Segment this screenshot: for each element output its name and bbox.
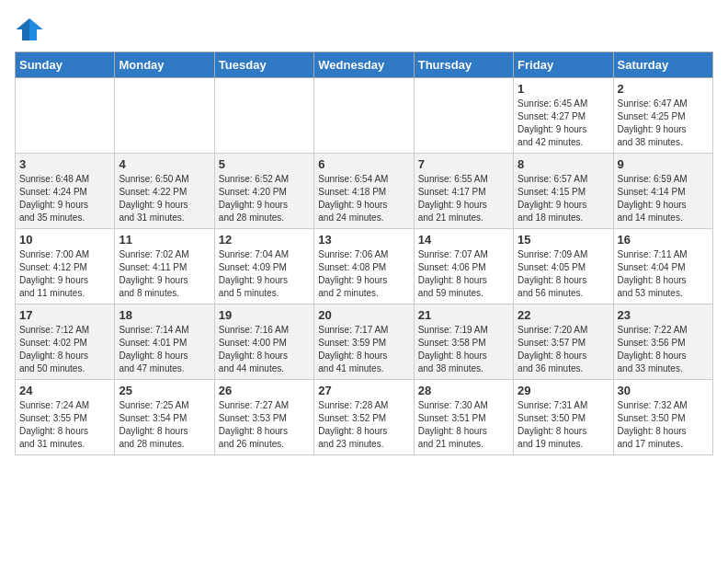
day-cell: 6Sunrise: 6:54 AM Sunset: 4:18 PM Daylig… [314, 154, 414, 229]
day-number: 27 [318, 384, 409, 397]
day-number: 21 [418, 308, 509, 322]
day-info: Sunrise: 7:12 AM Sunset: 4:02 PM Dayligh… [19, 324, 110, 375]
week-row-3: 10Sunrise: 7:00 AM Sunset: 4:12 PM Dayli… [16, 229, 713, 304]
day-cell: 2Sunrise: 6:47 AM Sunset: 4:25 PM Daylig… [613, 78, 712, 154]
col-header-friday: Friday [514, 52, 613, 78]
week-row-1: 1Sunrise: 6:45 AM Sunset: 4:27 PM Daylig… [16, 78, 713, 154]
day-info: Sunrise: 7:07 AM Sunset: 4:06 PM Dayligh… [418, 248, 509, 300]
day-number: 7 [418, 157, 509, 171]
day-info: Sunrise: 7:02 AM Sunset: 4:11 PM Dayligh… [119, 248, 210, 300]
day-cell [414, 78, 513, 154]
day-cell: 9Sunrise: 6:59 AM Sunset: 4:14 PM Daylig… [613, 154, 712, 229]
day-number: 24 [19, 384, 110, 397]
day-info: Sunrise: 7:11 AM Sunset: 4:04 PM Dayligh… [618, 248, 709, 300]
day-number: 10 [19, 233, 110, 247]
week-row-5: 24Sunrise: 7:24 AM Sunset: 3:55 PM Dayli… [16, 380, 713, 455]
day-cell: 15Sunrise: 7:09 AM Sunset: 4:05 PM Dayli… [514, 229, 613, 304]
day-cell: 20Sunrise: 7:17 AM Sunset: 3:59 PM Dayli… [314, 304, 414, 380]
day-number: 18 [119, 308, 210, 322]
day-cell [16, 78, 115, 154]
svg-marker-1 [29, 18, 42, 40]
day-number: 17 [19, 308, 110, 322]
day-cell: 16Sunrise: 7:11 AM Sunset: 4:04 PM Dayli… [613, 229, 712, 304]
day-number: 5 [219, 157, 310, 171]
day-number: 11 [119, 233, 210, 247]
day-number: 2 [618, 82, 709, 96]
day-info: Sunrise: 7:09 AM Sunset: 4:05 PM Dayligh… [518, 248, 609, 300]
day-number: 23 [618, 308, 709, 322]
day-number: 22 [518, 308, 609, 322]
week-row-4: 17Sunrise: 7:12 AM Sunset: 4:02 PM Dayli… [16, 304, 713, 380]
day-cell: 3Sunrise: 6:48 AM Sunset: 4:24 PM Daylig… [16, 154, 115, 229]
day-cell: 18Sunrise: 7:14 AM Sunset: 4:01 PM Dayli… [115, 304, 214, 380]
col-header-thursday: Thursday [414, 52, 513, 78]
day-number: 3 [19, 157, 110, 171]
col-header-saturday: Saturday [613, 52, 712, 78]
day-info: Sunrise: 7:28 AM Sunset: 3:52 PM Dayligh… [318, 399, 409, 451]
day-info: Sunrise: 7:17 AM Sunset: 3:59 PM Dayligh… [318, 324, 409, 375]
day-number: 29 [518, 384, 609, 397]
day-info: Sunrise: 6:47 AM Sunset: 4:25 PM Dayligh… [618, 98, 709, 149]
day-info: Sunrise: 7:14 AM Sunset: 4:01 PM Dayligh… [119, 324, 210, 375]
col-header-wednesday: Wednesday [314, 52, 414, 78]
day-info: Sunrise: 7:24 AM Sunset: 3:55 PM Dayligh… [19, 399, 110, 451]
day-cell [115, 78, 214, 154]
day-number: 6 [318, 157, 409, 171]
col-header-tuesday: Tuesday [214, 52, 313, 78]
day-info: Sunrise: 7:25 AM Sunset: 3:54 PM Dayligh… [119, 399, 210, 451]
day-number: 30 [618, 384, 709, 397]
day-cell: 1Sunrise: 6:45 AM Sunset: 4:27 PM Daylig… [514, 78, 613, 154]
day-info: Sunrise: 6:45 AM Sunset: 4:27 PM Dayligh… [518, 98, 609, 149]
day-info: Sunrise: 7:19 AM Sunset: 3:58 PM Dayligh… [418, 324, 509, 375]
day-info: Sunrise: 7:16 AM Sunset: 4:00 PM Dayligh… [219, 324, 310, 375]
day-cell: 8Sunrise: 6:57 AM Sunset: 4:15 PM Daylig… [514, 154, 613, 229]
day-number: 8 [518, 157, 609, 171]
day-number: 4 [119, 157, 210, 171]
day-cell: 19Sunrise: 7:16 AM Sunset: 4:00 PM Dayli… [214, 304, 313, 380]
day-info: Sunrise: 6:55 AM Sunset: 4:17 PM Dayligh… [418, 173, 509, 224]
day-number: 20 [318, 308, 409, 322]
col-header-sunday: Sunday [16, 52, 115, 78]
day-number: 14 [418, 233, 509, 247]
day-number: 19 [219, 308, 310, 322]
day-number: 28 [418, 384, 509, 397]
day-number: 1 [518, 82, 609, 96]
day-number: 16 [618, 233, 709, 247]
day-cell: 17Sunrise: 7:12 AM Sunset: 4:02 PM Dayli… [16, 304, 115, 380]
header-row: SundayMondayTuesdayWednesdayThursdayFrid… [16, 52, 713, 78]
day-info: Sunrise: 7:27 AM Sunset: 3:53 PM Dayligh… [219, 399, 310, 451]
day-cell: 5Sunrise: 6:52 AM Sunset: 4:20 PM Daylig… [214, 154, 313, 229]
logo-icon [15, 15, 44, 44]
day-cell: 22Sunrise: 7:20 AM Sunset: 3:57 PM Dayli… [514, 304, 613, 380]
calendar-table: SundayMondayTuesdayWednesdayThursdayFrid… [15, 52, 713, 455]
day-cell: 27Sunrise: 7:28 AM Sunset: 3:52 PM Dayli… [314, 380, 414, 455]
day-info: Sunrise: 7:04 AM Sunset: 4:09 PM Dayligh… [219, 248, 310, 300]
day-info: Sunrise: 6:54 AM Sunset: 4:18 PM Dayligh… [318, 173, 409, 224]
day-info: Sunrise: 7:22 AM Sunset: 3:56 PM Dayligh… [618, 324, 709, 375]
day-info: Sunrise: 7:31 AM Sunset: 3:50 PM Dayligh… [518, 399, 609, 451]
day-cell: 10Sunrise: 7:00 AM Sunset: 4:12 PM Dayli… [16, 229, 115, 304]
day-info: Sunrise: 7:30 AM Sunset: 3:51 PM Dayligh… [418, 399, 509, 451]
day-number: 26 [219, 384, 310, 397]
day-cell: 24Sunrise: 7:24 AM Sunset: 3:55 PM Dayli… [16, 380, 115, 455]
day-info: Sunrise: 7:00 AM Sunset: 4:12 PM Dayligh… [19, 248, 110, 300]
day-cell: 12Sunrise: 7:04 AM Sunset: 4:09 PM Dayli… [214, 229, 313, 304]
page-header [15, 15, 713, 44]
day-cell: 4Sunrise: 6:50 AM Sunset: 4:22 PM Daylig… [115, 154, 214, 229]
day-info: Sunrise: 7:20 AM Sunset: 3:57 PM Dayligh… [518, 324, 609, 375]
day-info: Sunrise: 6:52 AM Sunset: 4:20 PM Dayligh… [219, 173, 310, 224]
day-number: 15 [518, 233, 609, 247]
logo [15, 15, 48, 44]
day-info: Sunrise: 6:57 AM Sunset: 4:15 PM Dayligh… [518, 173, 609, 224]
col-header-monday: Monday [115, 52, 214, 78]
day-cell: 26Sunrise: 7:27 AM Sunset: 3:53 PM Dayli… [214, 380, 313, 455]
day-cell: 28Sunrise: 7:30 AM Sunset: 3:51 PM Dayli… [414, 380, 513, 455]
day-number: 25 [119, 384, 210, 397]
day-cell: 23Sunrise: 7:22 AM Sunset: 3:56 PM Dayli… [613, 304, 712, 380]
day-number: 12 [219, 233, 310, 247]
day-number: 9 [618, 157, 709, 171]
week-row-2: 3Sunrise: 6:48 AM Sunset: 4:24 PM Daylig… [16, 154, 713, 229]
day-cell: 30Sunrise: 7:32 AM Sunset: 3:50 PM Dayli… [613, 380, 712, 455]
day-info: Sunrise: 6:50 AM Sunset: 4:22 PM Dayligh… [119, 173, 210, 224]
day-cell: 13Sunrise: 7:06 AM Sunset: 4:08 PM Dayli… [314, 229, 414, 304]
